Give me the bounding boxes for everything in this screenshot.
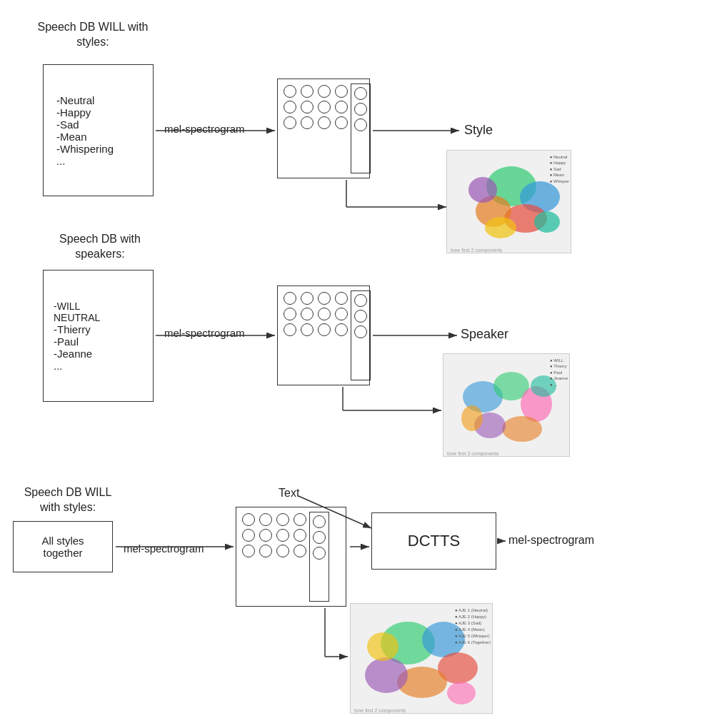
svg-point-20 (365, 657, 408, 693)
section1-item4: -Mean (56, 131, 87, 143)
section1-item1: -Neutral (56, 94, 94, 106)
section3-scatter: tsne first 2 components ● AJE 1 (Neutral… (350, 603, 493, 714)
dctts-box: DCTTS (371, 512, 496, 570)
section2-scatter: tsne first 2 components ● WILL ● Thierry… (443, 353, 570, 457)
svg-point-21 (367, 632, 398, 661)
section2-item2: -Thierry (54, 323, 91, 335)
section3-mel-label: mel-spectrogram (124, 542, 204, 555)
section1-item6: ... (56, 155, 66, 167)
svg-point-6 (485, 217, 516, 238)
section2-item1: -WILL (54, 300, 80, 312)
section2-input-box: -WILL NEUTRAL -Thierry -Paul -Jeanne ... (43, 270, 154, 402)
section2-mel-label: mel-spectrogram (164, 327, 245, 339)
section1-scatter: tsne first 2 components ● Neutral ● Happ… (446, 150, 571, 253)
svg-point-11 (502, 416, 542, 442)
section2-item3: -Paul (54, 335, 79, 348)
section3-nn-box (236, 507, 346, 607)
svg-point-5 (534, 211, 560, 233)
section1-item3: -Sad (56, 118, 79, 131)
section1-label: Speech DB WILL with styles: (36, 20, 150, 50)
section3-label: Speech DB WILLwith styles: (4, 485, 132, 515)
section1-nn-box (277, 79, 370, 178)
section2-item4: -Jeanne (54, 348, 92, 360)
section3-text-label: Text (279, 487, 299, 500)
section1-item5: -Whispering (56, 143, 114, 155)
svg-point-22 (447, 682, 476, 704)
section1-output-label: Style (464, 123, 493, 138)
section1-mel-label: mel-spectrogram (164, 123, 245, 135)
section3-input-box: All stylestogether (13, 521, 113, 572)
section2-output-label: Speaker (461, 327, 508, 342)
svg-text:tsne first 2 components: tsne first 2 components (447, 451, 499, 457)
svg-text:tsne first 2 components: tsne first 2 components (451, 248, 503, 253)
main-diagram: Speech DB WILL with styles: -Neutral -Ha… (0, 0, 717, 728)
section2-item5: ... (54, 360, 63, 372)
section2-label: Speech DB withspeakers: (36, 232, 164, 262)
svg-point-14 (461, 405, 483, 431)
section3-output-label: mel-spectrogram (508, 534, 594, 547)
svg-text:tsne first 2 components: tsne first 2 components (354, 708, 406, 714)
section1-item2: -Happy (56, 106, 91, 118)
section1-input-box: -Neutral -Happy -Sad -Mean -Whispering .… (43, 64, 154, 196)
section2-item1b: NEUTRAL (54, 312, 100, 323)
section2-nn-box (277, 285, 370, 385)
svg-point-4 (468, 177, 497, 203)
